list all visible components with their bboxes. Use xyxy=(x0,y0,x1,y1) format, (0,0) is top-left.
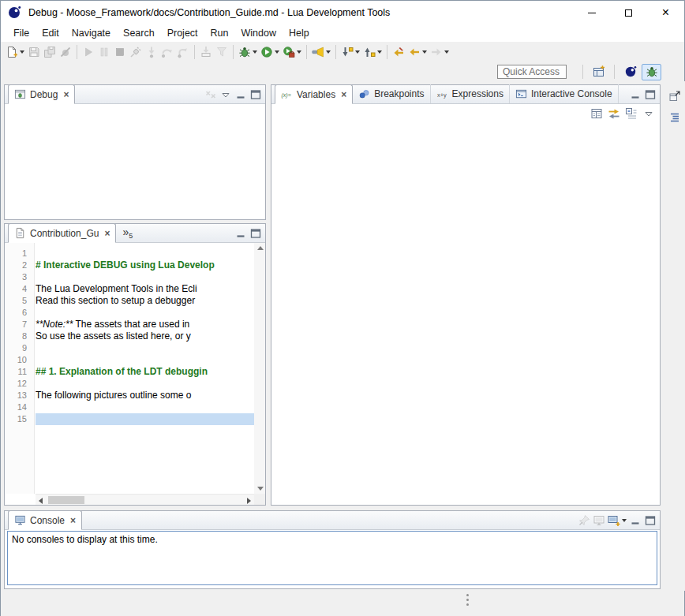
new-wizard-button[interactable] xyxy=(4,43,26,61)
drag-handle[interactable] xyxy=(466,594,470,608)
forward-icon xyxy=(430,46,443,58)
view-menu-button[interactable] xyxy=(641,105,657,122)
code-line[interactable]: The following pictures outline some o xyxy=(36,390,254,401)
lastedit-icon xyxy=(392,46,405,58)
suspend-button xyxy=(96,43,112,61)
scroll-right-arrow[interactable] xyxy=(247,498,251,504)
restore-minimized-view-button[interactable] xyxy=(667,88,683,105)
code-line[interactable] xyxy=(36,248,254,259)
minimize-button[interactable] xyxy=(628,513,642,528)
code-line[interactable]: **Note:** The assets that are used in xyxy=(36,319,254,330)
code-line[interactable]: ## 1. Explanation of the LDT debuggin xyxy=(36,366,254,378)
debug-perspective-button[interactable] xyxy=(642,64,661,80)
close-tab-icon[interactable]: × xyxy=(341,89,346,100)
close-tab-icon[interactable]: × xyxy=(104,228,110,239)
toolbar-separator xyxy=(77,45,77,59)
minimize-button[interactable] xyxy=(234,226,248,241)
run-button[interactable] xyxy=(259,43,281,61)
maximize-button[interactable] xyxy=(643,87,657,103)
code-line[interactable]: Read this section to setup a debugger xyxy=(36,295,254,307)
minimize-button[interactable] xyxy=(628,87,642,103)
next-annotation-button[interactable] xyxy=(339,43,361,61)
editor-vertical-scrollbar[interactable] xyxy=(254,243,265,494)
debug-view-content[interactable] xyxy=(5,104,265,219)
menu-window[interactable]: Window xyxy=(235,26,283,40)
forward-button xyxy=(429,43,451,61)
code-line[interactable]: # Interactive DEBUG using Lua Develop xyxy=(36,259,254,271)
scroll-up-arrow[interactable] xyxy=(257,246,264,250)
menu-edit[interactable]: Edit xyxy=(36,26,66,40)
menu-file[interactable]: File xyxy=(7,26,36,40)
console-content[interactable]: No consoles to display at this time. xyxy=(7,531,657,585)
tab-expressions[interactable]: Expressions xyxy=(431,84,510,103)
open-perspective-button[interactable] xyxy=(589,64,608,80)
menu-run[interactable]: Run xyxy=(204,26,235,40)
maximize-button[interactable] xyxy=(249,226,263,241)
sash-console[interactable] xyxy=(4,506,661,510)
open-console-button-dropdown[interactable] xyxy=(622,519,627,522)
tab-interactive-console[interactable]: Interactive Console xyxy=(510,84,619,103)
debug-view-toolbar xyxy=(204,87,265,103)
maximize-button[interactable] xyxy=(249,87,263,103)
maximize-window-button[interactable] xyxy=(610,1,647,24)
last-edit-location-button[interactable] xyxy=(391,43,406,61)
back-button[interactable] xyxy=(406,43,429,61)
debug-button[interactable] xyxy=(237,43,259,61)
menu-project[interactable]: Project xyxy=(161,26,204,40)
debug-button-dropdown[interactable] xyxy=(253,50,257,54)
tab-console[interactable]: Console × xyxy=(8,510,82,530)
code-line[interactable] xyxy=(36,401,254,413)
code-line[interactable] xyxy=(36,378,254,390)
close-tab-icon[interactable]: × xyxy=(70,515,76,526)
next-annotation-button-dropdown[interactable] xyxy=(355,50,360,54)
debug-view-panel: Debug × xyxy=(4,84,266,220)
console-icon xyxy=(14,514,26,526)
external-tools-button-dropdown[interactable] xyxy=(297,50,301,54)
close-tab-icon[interactable]: × xyxy=(63,89,69,100)
show-type-names-button[interactable] xyxy=(589,105,605,122)
maximize-button[interactable] xyxy=(643,513,657,528)
code-line[interactable]: The Lua Development Tools in the Ecli xyxy=(36,283,254,295)
editor-tab-overflow[interactable]: » 5 xyxy=(122,227,133,240)
code-line[interactable] xyxy=(36,354,254,366)
external-tools-button[interactable] xyxy=(281,43,303,61)
minimize-window-button[interactable] xyxy=(573,1,610,24)
quick-access-box[interactable]: Quick Access xyxy=(497,65,567,79)
menu-navigate[interactable]: Navigate xyxy=(66,26,117,40)
minimize-button[interactable] xyxy=(234,87,248,103)
scrollbar-thumb[interactable] xyxy=(48,496,84,504)
new-wizard-button-dropdown[interactable] xyxy=(20,50,24,54)
show-logical-structure-button[interactable] xyxy=(606,105,622,122)
menu-search[interactable]: Search xyxy=(117,26,161,40)
sash-vertical[interactable] xyxy=(266,84,271,506)
editor-horizontal-scrollbar[interactable] xyxy=(36,494,254,505)
tab-breakpoints[interactable]: Breakpoints xyxy=(353,84,430,103)
view-menu-button[interactable] xyxy=(219,87,233,103)
tab-contribution-guide[interactable]: Contribution_Gu × xyxy=(8,223,116,243)
search-button[interactable] xyxy=(310,43,332,61)
search-button-dropdown[interactable] xyxy=(326,50,331,54)
variables-content[interactable] xyxy=(271,123,660,505)
code-line[interactable] xyxy=(36,342,254,354)
lua-perspective-button[interactable] xyxy=(620,64,640,80)
collapse-all-button[interactable] xyxy=(623,105,639,122)
code-line[interactable]: So use the assets as listed here, or y xyxy=(36,330,254,342)
menu-help[interactable]: Help xyxy=(283,26,316,40)
open-console-button[interactable] xyxy=(607,513,627,528)
code-line[interactable] xyxy=(36,307,254,319)
previous-annotation-button-dropdown[interactable] xyxy=(377,50,382,54)
previous-annotation-button[interactable] xyxy=(361,43,384,61)
back-button-dropdown[interactable] xyxy=(422,50,427,54)
tab-debug[interactable]: Debug × xyxy=(8,84,75,104)
tab-variables[interactable]: Variables× xyxy=(275,84,353,104)
code-line[interactable] xyxy=(36,271,254,283)
close-window-button[interactable]: × xyxy=(647,1,684,24)
collapseall-icon xyxy=(625,107,638,120)
pin-icon xyxy=(578,514,590,527)
scroll-down-arrow[interactable] xyxy=(257,487,264,491)
run-button-dropdown[interactable] xyxy=(275,50,279,54)
editor-code[interactable]: # Interactive DEBUG using Lua DevelopThe… xyxy=(36,243,254,494)
minimized-outline-view-button[interactable] xyxy=(667,109,683,126)
code-line[interactable] xyxy=(36,413,254,425)
scroll-left-arrow[interactable] xyxy=(39,498,43,504)
